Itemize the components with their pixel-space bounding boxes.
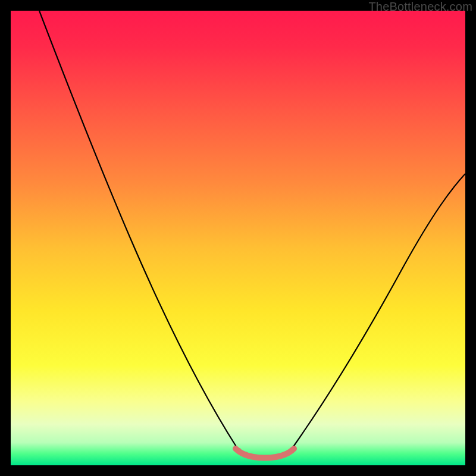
chart-frame bbox=[11, 11, 465, 465]
watermark-text: TheBottleneck.com bbox=[368, 0, 472, 14]
curve-right bbox=[293, 174, 465, 447]
svg-point-6 bbox=[278, 454, 281, 458]
svg-point-7 bbox=[284, 452, 287, 455]
svg-point-2 bbox=[249, 454, 253, 458]
svg-point-0 bbox=[237, 448, 241, 452]
svg-point-8 bbox=[290, 448, 293, 452]
chart-curves bbox=[11, 11, 465, 465]
curve-left bbox=[39, 11, 237, 447]
plot-area bbox=[11, 11, 465, 465]
svg-point-4 bbox=[264, 456, 267, 459]
svg-point-3 bbox=[256, 455, 260, 459]
svg-point-5 bbox=[271, 455, 274, 459]
svg-point-1 bbox=[243, 452, 247, 455]
